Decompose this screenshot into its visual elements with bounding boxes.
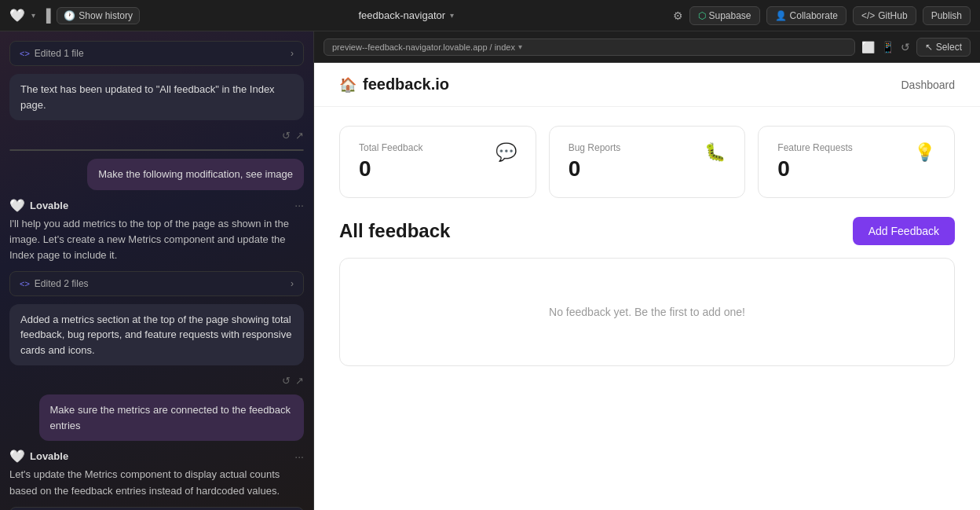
cursor-icon: ↖: [925, 42, 933, 53]
feedback-empty: No feedback yet. Be the first to add one…: [339, 258, 955, 366]
feedback-title: All feedback: [339, 220, 450, 242]
select-button[interactable]: ↖ Select: [916, 38, 971, 57]
preview-top-bar: preview--feedback-navigator.lovable.app …: [314, 31, 980, 63]
edited-2-files-bar-2[interactable]: <> Edited 2 files ›: [9, 507, 304, 510]
chat-panel: <> Edited 1 file › The text has been upd…: [0, 31, 314, 510]
project-name: feedback-navigator: [358, 9, 445, 21]
external-link-icon-2[interactable]: ↗: [295, 375, 304, 387]
dashboard-label: Dashboard: [901, 79, 956, 91]
url-bar[interactable]: preview--feedback-navigator.lovable.app …: [324, 39, 855, 56]
collaborate-button[interactable]: 👤 Collaborate: [766, 6, 847, 25]
refresh-preview-icon[interactable]: ↺: [901, 41, 910, 53]
top-bar-right: ⚙ ⬡ Supabase 👤 Collaborate </> GitHub Pu…: [673, 6, 971, 25]
edited-1-file-bar[interactable]: <> Edited 1 file ›: [9, 41, 304, 66]
user-prompt-2: Make sure the metrics are connected to t…: [39, 394, 305, 441]
chat-message-2: Added a metrics section at the top of th…: [9, 304, 304, 366]
external-link-icon[interactable]: ↗: [295, 130, 304, 141]
total-feedback-value: 0: [359, 156, 422, 182]
top-bar: 🤍 ▾ ▐ 🕐 Show history feedback-navigator …: [0, 0, 980, 31]
total-feedback-label: Total Feedback: [359, 142, 422, 153]
supabase-icon: ⬡: [698, 10, 706, 21]
history-icon: 🕐: [64, 10, 75, 21]
lovable-logo: 🤍: [9, 8, 25, 23]
top-bar-center: feedback-navigator ▾: [149, 9, 663, 21]
chat-message-1: The text has been updated to "All feedba…: [9, 74, 304, 120]
preview-actions: ⬜ 📱 ↺ ↖ Select: [861, 38, 971, 57]
add-feedback-button[interactable]: Add Feedback: [853, 217, 955, 245]
app-logo: 🏠 feedback.io: [339, 75, 449, 94]
app-content: 🏠 feedback.io Dashboard Total Feedback 0…: [314, 63, 980, 510]
project-chevron-icon: ▾: [450, 11, 454, 20]
bug-reports-value: 0: [569, 156, 621, 182]
chat-icon: 💬: [495, 142, 517, 163]
code-icon-2: <>: [20, 279, 30, 288]
chevron-down-icon: ▾: [31, 11, 35, 20]
screenshot-image: Add metrics here: [10, 150, 303, 151]
preview-panel: preview--feedback-navigator.lovable.app …: [314, 31, 980, 510]
more-icon[interactable]: ···: [294, 199, 304, 211]
message-actions-1: ↺ ↗: [9, 130, 304, 141]
expand-icon: ›: [291, 48, 294, 59]
mobile-icon[interactable]: 📱: [881, 41, 894, 53]
refresh-icon-2[interactable]: ↺: [282, 375, 291, 387]
main-area: <> Edited 1 file › The text has been upd…: [0, 31, 980, 510]
feedback-header: All feedback Add Feedback: [339, 217, 955, 245]
feature-requests-label: Feature Requests: [777, 142, 852, 153]
refresh-icon[interactable]: ↺: [282, 130, 291, 141]
app-header: 🏠 feedback.io Dashboard: [314, 63, 980, 107]
lovable-message-1: 🤍 Lovable ··· I'll help you add metrics …: [9, 198, 304, 263]
message-actions-2: ↺ ↗: [9, 375, 304, 387]
feedback-section: All feedback Add Feedback No feedback ye…: [314, 211, 980, 385]
metric-card-bugs: Bug Reports 0 🐛: [549, 126, 746, 198]
lightbulb-icon: 💡: [914, 142, 935, 163]
show-history-button[interactable]: 🕐 Show history: [57, 7, 140, 24]
more-icon-2[interactable]: ···: [294, 450, 304, 463]
collaborate-icon: 👤: [775, 10, 787, 21]
bug-icon: 🐛: [704, 142, 726, 163]
lovable-heart-icon-2: 🤍: [9, 449, 25, 464]
screenshot-container: Add metrics here: [9, 149, 304, 151]
lovable-heart-icon: 🤍: [9, 198, 25, 213]
lovable-message-2: 🤍 Lovable ··· Let's update the Metrics c…: [9, 449, 304, 498]
metrics-grid: Total Feedback 0 💬 Bug Reports 0 🐛 Featu…: [314, 107, 980, 211]
metric-card-total: Total Feedback 0 💬: [339, 126, 536, 198]
url-chevron-icon: ▾: [518, 42, 522, 51]
home-icon: 🏠: [339, 76, 357, 94]
user-prompt-1: Make the following modification, see ima…: [87, 159, 304, 190]
github-button[interactable]: </> GitHub: [853, 6, 916, 25]
bug-reports-label: Bug Reports: [569, 142, 621, 153]
publish-button[interactable]: Publish: [923, 6, 971, 25]
edited-2-files-bar-1[interactable]: <> Edited 2 files ›: [9, 271, 304, 296]
expand-icon-2: ›: [291, 278, 294, 289]
metric-card-features: Feature Requests 0 💡: [758, 126, 955, 198]
gear-icon[interactable]: ⚙: [673, 9, 683, 22]
desktop-icon[interactable]: ⬜: [861, 41, 875, 53]
code-icon: <>: [20, 49, 30, 58]
top-bar-left: 🤍 ▾ ▐ 🕐 Show history: [9, 7, 140, 24]
supabase-button[interactable]: ⬡ Supabase: [689, 6, 760, 25]
chat-messages: <> Edited 1 file › The text has been upd…: [0, 31, 313, 510]
github-icon: </>: [861, 10, 875, 21]
feature-requests-value: 0: [777, 156, 852, 182]
sidebar-toggle-icon[interactable]: ▐: [42, 9, 50, 23]
